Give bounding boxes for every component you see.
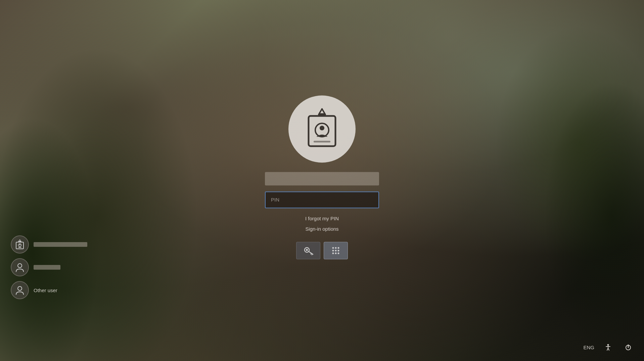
svg-point-17 — [338, 250, 339, 251]
svg-point-29 — [607, 344, 609, 346]
svg-point-28 — [18, 286, 22, 290]
accessibility-button[interactable] — [602, 341, 614, 354]
accessibility-icon — [604, 344, 612, 351]
svg-point-16 — [335, 250, 337, 251]
username-bar — [265, 172, 379, 185]
bottom-right-controls: ENG — [583, 341, 635, 354]
other-user-name: Other user — [34, 287, 57, 293]
svg-point-27 — [18, 264, 22, 268]
pin-input[interactable] — [265, 191, 379, 208]
user1-avatar — [11, 235, 29, 254]
person-other-icon — [15, 285, 25, 295]
svg-point-18 — [332, 252, 334, 254]
signin-options-link[interactable]: Sign-in options — [305, 226, 338, 232]
svg-point-12 — [332, 247, 334, 249]
login-panel: I forgot my PIN Sign-in options — [255, 95, 389, 259]
other-user-item[interactable]: Other user — [9, 280, 90, 301]
key-icon — [303, 245, 314, 256]
user-list-item[interactable] — [9, 257, 90, 278]
user1-name-bar — [34, 242, 87, 247]
signin-buttons — [296, 242, 348, 259]
svg-line-33 — [608, 348, 609, 350]
person-small-icon — [15, 262, 25, 272]
svg-point-14 — [338, 247, 339, 249]
key-signin-button[interactable] — [296, 242, 320, 259]
badge-small-icon — [15, 239, 25, 250]
svg-point-5 — [320, 126, 324, 130]
power-icon — [625, 344, 632, 351]
pinpad-signin-button[interactable] — [324, 242, 348, 259]
svg-point-8 — [306, 249, 308, 251]
user-list: Other user — [9, 234, 90, 301]
svg-point-13 — [335, 247, 337, 249]
svg-point-20 — [338, 252, 339, 254]
user-list-item[interactable] — [9, 234, 90, 255]
user-avatar — [288, 95, 356, 163]
svg-point-15 — [332, 250, 334, 251]
forgot-pin-link[interactable]: I forgot my PIN — [305, 216, 339, 221]
svg-point-19 — [335, 252, 337, 254]
svg-rect-6 — [314, 141, 330, 142]
language-button[interactable]: ENG — [583, 345, 594, 350]
svg-point-26 — [19, 244, 20, 245]
pinpad-icon — [330, 245, 341, 256]
power-button[interactable] — [622, 341, 635, 354]
user2-name-bar — [34, 265, 60, 270]
other-user-avatar — [11, 281, 29, 299]
badge-icon — [300, 107, 344, 151]
user2-avatar — [11, 258, 29, 276]
